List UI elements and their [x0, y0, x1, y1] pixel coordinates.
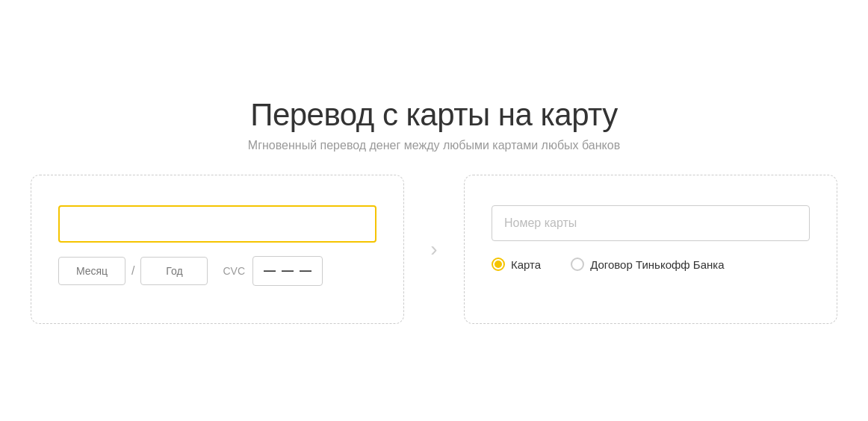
radio-contract-label: Договор Тинькофф Банка	[590, 258, 724, 271]
radio-card-label: Карта	[511, 258, 541, 271]
expiry-year-input[interactable]	[140, 257, 208, 285]
expiry-month-input[interactable]	[58, 257, 125, 285]
cvc-field[interactable]: — — —	[252, 256, 323, 286]
recipient-card-number-input[interactable]	[492, 205, 810, 241]
cvc-dash-2: —	[282, 264, 294, 278]
radio-contract-option[interactable]: Договор Тинькофф Банка	[571, 258, 724, 271]
radio-card-option[interactable]: Карта	[492, 258, 541, 271]
main-title: Перевод с карты на карту	[248, 97, 620, 133]
radio-card-circle	[492, 258, 505, 271]
slash-divider: /	[125, 264, 140, 278]
arrow-section: ›	[404, 237, 464, 261]
arrow-icon: ›	[430, 237, 437, 261]
card-number-input[interactable]	[58, 205, 376, 243]
radio-row: Карта Договор Тинькофф Банка	[492, 258, 810, 271]
cvc-label: CVC	[223, 265, 245, 277]
cvc-dash-1: —	[264, 264, 276, 278]
expiry-row: / CVC — — —	[58, 256, 376, 286]
cvc-dash-3: —	[300, 264, 311, 278]
left-panel: / CVC — — —	[31, 175, 404, 324]
page-container: Перевод с карты на карту Мгновенный пере…	[0, 75, 868, 346]
cards-row: / CVC — — — › Карта	[31, 175, 837, 324]
radio-contract-circle	[571, 258, 584, 271]
right-panel: Карта Договор Тинькофф Банка	[464, 175, 837, 324]
subtitle: Мгновенный перевод денег между любыми ка…	[248, 139, 620, 152]
title-section: Перевод с карты на карту Мгновенный пере…	[248, 97, 620, 152]
